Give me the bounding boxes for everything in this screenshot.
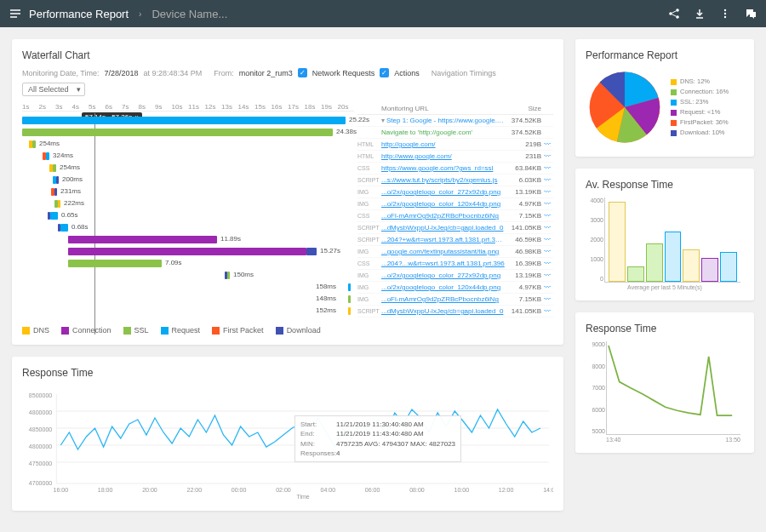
waterfall-row[interactable]: 254ms xyxy=(22,139,354,151)
svg-text:14:00: 14:00 xyxy=(543,487,553,493)
page-title: Performance Report xyxy=(29,8,129,20)
table-row[interactable]: css...oFl-mAmrOg9d2pZRBcPbocnbz6iNg7.15K… xyxy=(357,210,553,222)
pie-legend: DNS: 12%Connection: 16%SSL: 23%Request: … xyxy=(671,77,729,138)
small-response-title: Response Time xyxy=(586,323,744,335)
share-icon[interactable] xyxy=(667,7,681,20)
response-time-title: Response Time xyxy=(22,367,553,379)
svg-text:16:00: 16:00 xyxy=(53,487,68,493)
small-response-chart[interactable]: 90008000700060005000 xyxy=(606,341,740,435)
waterfall-row[interactable]: 7.09s xyxy=(22,258,354,270)
av-response-title: Av. Response Time xyxy=(586,179,744,191)
table-row[interactable]: script...204?+w&rt=wsrt.1973.aft.1381.pr… xyxy=(357,234,553,246)
waterfall-row[interactable]: 15.27s xyxy=(22,246,354,258)
table-row[interactable]: script...s://www.tut.by/scripts/by2/xgem… xyxy=(357,174,553,186)
response-time-tooltip: Start:11/21/2019 11:30:40:480 AM End:11/… xyxy=(294,415,461,462)
waterfall-meta: Monitoring Date, Time: 7/28/2018 at 9:28… xyxy=(22,68,553,96)
svg-text:4800000: 4800000 xyxy=(29,409,52,415)
table-row[interactable]: img...oFl-mAmrOg9d2pZRBcPbocnbz6iNg7.15K… xyxy=(357,294,553,306)
svg-text:4700000: 4700000 xyxy=(29,480,52,486)
app-header: Performance Report › Device Name... xyxy=(0,0,766,27)
waterfall-row[interactable]: 254ms xyxy=(22,163,354,174)
svg-point-5 xyxy=(724,16,726,18)
breadcrumb-sep: › xyxy=(139,9,141,19)
chat-icon[interactable] xyxy=(744,7,757,20)
download-icon[interactable] xyxy=(693,7,706,20)
breadcrumb: Device Name... xyxy=(151,8,227,20)
performance-pie-card: Performance Report DNS: 12%Connection: 1… xyxy=(575,39,754,157)
svg-text:Time: Time xyxy=(296,494,309,500)
waterfall-row[interactable]: 158ms xyxy=(22,282,354,294)
svg-text:22:00: 22:00 xyxy=(186,487,202,493)
table-row[interactable]: script...dMysbWxppU-lxJeg/cb=gapi.loaded… xyxy=(357,306,553,317)
svg-point-0 xyxy=(676,9,679,12)
svg-text:20:00: 20:00 xyxy=(142,487,157,493)
waterfall-row[interactable]: 0.68s xyxy=(22,222,354,234)
waterfall-row[interactable]: 222ms xyxy=(22,198,354,210)
waterfall-row[interactable]: 25.22s xyxy=(22,115,354,127)
actions-checkbox[interactable]: ✓ xyxy=(380,68,389,77)
svg-text:08:00: 08:00 xyxy=(409,487,425,493)
waterfall-row[interactable]: 324ms xyxy=(22,151,354,163)
more-icon[interactable] xyxy=(718,7,732,20)
waterfall-row[interactable]: 0.65s xyxy=(22,210,354,222)
waterfall-row[interactable]: 148ms xyxy=(22,294,354,306)
av-response-chart[interactable]: 40003000200010000 xyxy=(604,197,740,283)
table-row[interactable]: img...o/2x/googlelogo_color_120x44dp.png… xyxy=(357,282,553,294)
svg-text:04:00: 04:00 xyxy=(320,487,335,493)
table-row[interactable]: css...204?...w&rt=wsrt.1973.aft.1381.prt… xyxy=(357,258,553,270)
svg-text:8500000: 8500000 xyxy=(29,392,52,398)
waterfall-legend: DNSConnectionSSLRequestFirst PacketDownl… xyxy=(22,326,354,335)
waterfall-row[interactable]: 231ms xyxy=(22,186,354,198)
svg-text:00:00: 00:00 xyxy=(232,487,247,493)
table-row[interactable]: img...o/2x/googlelogo_color_272x92dp.png… xyxy=(357,186,553,198)
svg-text:12:00: 12:00 xyxy=(499,487,514,493)
table-row[interactable]: htmlhttp://google.com/219B〰 xyxy=(357,139,553,151)
svg-text:4750000: 4750000 xyxy=(29,460,52,466)
response-time-card: Response Time 8500000 4800000 4850000 48… xyxy=(12,357,563,511)
table-row[interactable]: csshttps://www.google.com/?gws_rd=ssl63.… xyxy=(357,163,553,174)
waterfall-row[interactable]: 152ms xyxy=(22,306,354,317)
svg-point-3 xyxy=(724,9,726,11)
table-row[interactable]: ▾Step 1: Google - https://www.google.com… xyxy=(357,115,553,127)
svg-point-1 xyxy=(669,12,672,15)
network-requests-checkbox[interactable]: ✓ xyxy=(298,68,307,77)
table-row[interactable]: script...dMysbWxppU-lxJeg/cb=gapi.loaded… xyxy=(357,222,553,234)
table-row[interactable]: htmlhttp://www.google.com/231B〰 xyxy=(357,151,553,163)
table-row[interactable]: Navigate to 'http://google.com'374.52KB xyxy=(357,127,553,139)
av-response-card: Av. Response Time 40003000200010000 Aver… xyxy=(575,169,754,300)
waterfall-row[interactable]: 24.38s xyxy=(22,127,354,139)
pie-title: Performance Report xyxy=(586,49,744,61)
waterfall-row[interactable]: 200ms xyxy=(22,174,354,186)
table-row[interactable]: img...o/2x/googlelogo_color_272x92dp.png… xyxy=(357,270,553,282)
table-row[interactable]: img...google.com/textinputassistant/tia.… xyxy=(357,246,553,258)
svg-point-2 xyxy=(676,15,679,19)
svg-text:18:00: 18:00 xyxy=(98,487,113,493)
waterfall-row[interactable]: 11.89s xyxy=(22,234,354,246)
waterfall-table: Monitoring URL Size ▾Step 1: Google - ht… xyxy=(357,103,553,335)
svg-point-4 xyxy=(724,13,726,14)
waterfall-chart[interactable]: 1s2s3s4s5s6s7s8s9s10s11s12s13s14s15s16s1… xyxy=(22,103,354,335)
waterfall-row[interactable]: 150ms xyxy=(22,270,354,282)
svg-text:06:00: 06:00 xyxy=(365,487,380,493)
table-row[interactable]: img...o/2x/googlelogo_color_120x44dp.png… xyxy=(357,198,553,210)
response-time-chart[interactable]: 8500000 4800000 4850000 4800000 4750000 … xyxy=(22,386,553,501)
nav-timings-dropdown[interactable]: All Selected xyxy=(22,83,85,96)
svg-text:4850000: 4850000 xyxy=(29,426,52,432)
waterfall-card: Waterfall Chart Monitoring Date, Time: 7… xyxy=(12,39,563,345)
menu-icon[interactable] xyxy=(9,7,22,20)
performance-pie-chart[interactable] xyxy=(586,68,664,146)
small-response-card: Response Time 90008000700060005000 13:40… xyxy=(575,312,754,453)
waterfall-title: Waterfall Chart xyxy=(22,49,553,61)
svg-text:4800000: 4800000 xyxy=(29,443,52,449)
svg-text:10:00: 10:00 xyxy=(454,487,470,493)
svg-text:02:00: 02:00 xyxy=(276,487,291,493)
